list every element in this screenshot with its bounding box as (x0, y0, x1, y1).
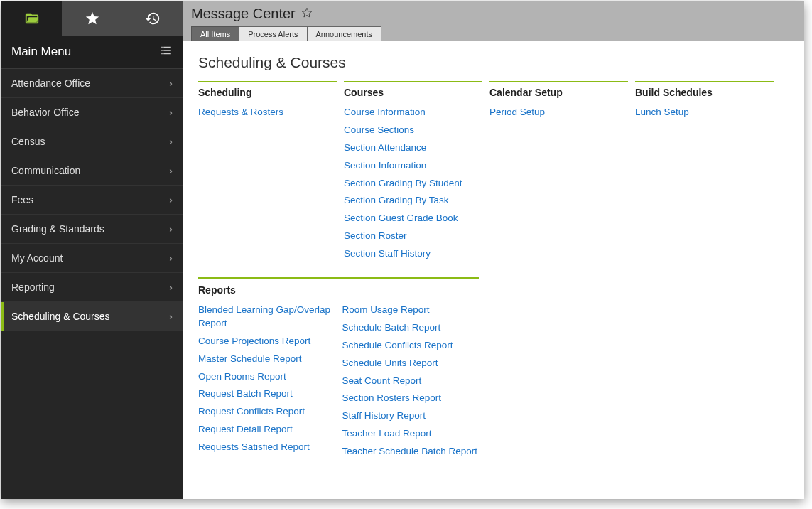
reports-row: Blended Learning Gap/Overlap Report Cour… (198, 301, 479, 461)
link-section-grading-by-student[interactable]: Section Grading By Student (344, 175, 482, 193)
link-section-staff-history[interactable]: Section Staff History (344, 245, 482, 263)
link-master-schedule-report[interactable]: Master Schedule Report (198, 350, 335, 368)
menu-list: Attendance Office › Behavior Office › Ce… (1, 69, 183, 331)
link-list: Period Setup (489, 104, 628, 122)
link-lunch-setup[interactable]: Lunch Setup (635, 104, 774, 122)
collapse-tree-icon[interactable] (160, 44, 173, 60)
header-bar: Message Center All Items Process Alerts … (183, 1, 804, 41)
group-title: Courses (344, 87, 482, 98)
group-calendar-setup: Calendar Setup Period Setup (489, 81, 628, 263)
group-title: Calendar Setup (489, 87, 628, 98)
link-list: Lunch Setup (635, 104, 774, 122)
section-heading: Scheduling & Courses (198, 54, 789, 71)
sidebar-item-attendance-office[interactable]: Attendance Office › (1, 69, 183, 98)
menu-label: Attendance Office (11, 77, 90, 89)
link-course-sections[interactable]: Course Sections (344, 122, 482, 139)
link-schedule-batch-report[interactable]: Schedule Batch Report (342, 319, 480, 337)
menu-label: Scheduling & Courses (11, 311, 110, 322)
reports-col-1: Blended Learning Gap/Overlap Report Cour… (198, 301, 335, 461)
chevron-right-icon: › (169, 165, 173, 176)
group-courses: Courses Course Information Course Sectio… (344, 81, 482, 263)
chevron-right-icon: › (169, 223, 173, 235)
group-build-schedules: Build Schedules Lunch Setup (635, 81, 774, 263)
link-section-guest-grade-book[interactable]: Section Guest Grade Book (344, 210, 482, 227)
link-open-rooms-report[interactable]: Open Rooms Report (198, 368, 335, 386)
link-section-information[interactable]: Section Information (344, 157, 482, 175)
link-list: Requests & Rosters (198, 104, 337, 122)
group-reports: Reports Blended Learning Gap/Overlap Rep… (198, 277, 479, 461)
header-title-row: Message Center (191, 6, 796, 26)
link-seat-count-report[interactable]: Seat Count Report (342, 373, 480, 390)
link-requests-rosters[interactable]: Requests & Rosters (198, 104, 337, 122)
group-title: Reports (198, 284, 479, 296)
chevron-right-icon: › (169, 107, 173, 118)
link-section-attendance[interactable]: Section Attendance (344, 139, 482, 157)
link-request-detail-report[interactable]: Request Detail Report (198, 421, 335, 439)
history-icon[interactable] (122, 1, 183, 36)
reports-col-2: Room Usage Report Schedule Batch Report … (342, 301, 480, 461)
sidebar-item-behavior-office[interactable]: Behavior Office › (1, 98, 183, 127)
tab-all-items[interactable]: All Items (191, 26, 239, 41)
app-container: Main Menu Attendance Office › Behavior O… (1, 1, 804, 499)
link-teacher-schedule-batch-report[interactable]: Teacher Schedule Batch Report (342, 443, 480, 461)
main-panel: Message Center All Items Process Alerts … (183, 1, 804, 499)
link-section-roster[interactable]: Section Roster (344, 227, 482, 245)
link-staff-history-report[interactable]: Staff History Report (342, 407, 480, 425)
columns-row: Scheduling Requests & Rosters Courses Co… (198, 81, 789, 263)
group-scheduling: Scheduling Requests & Rosters (198, 81, 337, 263)
sidebar-item-fees[interactable]: Fees › (1, 186, 183, 215)
group-title: Scheduling (198, 87, 337, 98)
group-title: Build Schedules (635, 87, 774, 98)
chevron-right-icon: › (169, 252, 173, 264)
chevron-right-icon: › (169, 136, 173, 147)
menu-label: Census (11, 136, 45, 147)
chevron-right-icon: › (169, 194, 173, 205)
favorite-star-icon[interactable] (301, 7, 313, 21)
sidebar: Main Menu Attendance Office › Behavior O… (1, 1, 183, 499)
chevron-right-icon: › (169, 311, 173, 322)
menu-label: Reporting (11, 282, 55, 293)
sidebar-item-reporting[interactable]: Reporting › (1, 273, 183, 302)
link-period-setup[interactable]: Period Setup (489, 104, 628, 122)
menu-label: Communication (11, 165, 80, 176)
sidebar-item-grading-standards[interactable]: Grading & Standards › (1, 215, 183, 244)
sidebar-top-icons (1, 1, 183, 36)
link-course-information[interactable]: Course Information (344, 104, 482, 122)
folder-open-icon[interactable] (1, 1, 62, 36)
menu-label: Grading & Standards (11, 223, 104, 235)
link-section-grading-by-task[interactable]: Section Grading By Task (344, 192, 482, 210)
link-list: Room Usage Report Schedule Batch Report … (342, 301, 480, 461)
sidebar-item-scheduling-courses[interactable]: Scheduling & Courses › (1, 302, 183, 331)
menu-label: My Account (11, 252, 63, 264)
tabs: All Items Process Alerts Announcements (191, 26, 796, 41)
sidebar-item-my-account[interactable]: My Account › (1, 244, 183, 273)
link-request-batch-report[interactable]: Request Batch Report (198, 385, 335, 403)
content-area: Scheduling & Courses Scheduling Requests… (183, 41, 804, 499)
link-room-usage-report[interactable]: Room Usage Report (342, 301, 480, 319)
link-requests-satisfied-report[interactable]: Requests Satisfied Report (198, 439, 335, 456)
link-list: Course Information Course Sections Secti… (344, 104, 482, 263)
main-menu-header: Main Menu (1, 36, 183, 69)
link-section-rosters-report[interactable]: Section Rosters Report (342, 390, 480, 407)
menu-label: Fees (11, 194, 33, 205)
star-icon[interactable] (62, 1, 122, 36)
link-schedule-units-report[interactable]: Schedule Units Report (342, 355, 480, 373)
link-course-projections-report[interactable]: Course Projections Report (198, 333, 335, 350)
link-request-conflicts-report[interactable]: Request Conflicts Report (198, 403, 335, 421)
link-list: Blended Learning Gap/Overlap Report Cour… (198, 301, 335, 456)
link-schedule-conflicts-report[interactable]: Schedule Conflicts Report (342, 337, 480, 355)
link-blended-learning-gap-overlap-report[interactable]: Blended Learning Gap/Overlap Report (198, 301, 335, 333)
page-title: Message Center (191, 6, 296, 22)
main-menu-title: Main Menu (11, 45, 71, 59)
sidebar-item-census[interactable]: Census › (1, 127, 183, 156)
chevron-right-icon: › (169, 282, 173, 293)
link-teacher-load-report[interactable]: Teacher Load Report (342, 425, 480, 443)
tab-announcements[interactable]: Announcements (308, 26, 382, 41)
sidebar-item-communication[interactable]: Communication › (1, 156, 183, 186)
tab-process-alerts[interactable]: Process Alerts (239, 26, 307, 41)
menu-label: Behavior Office (11, 107, 79, 118)
chevron-right-icon: › (169, 77, 173, 89)
